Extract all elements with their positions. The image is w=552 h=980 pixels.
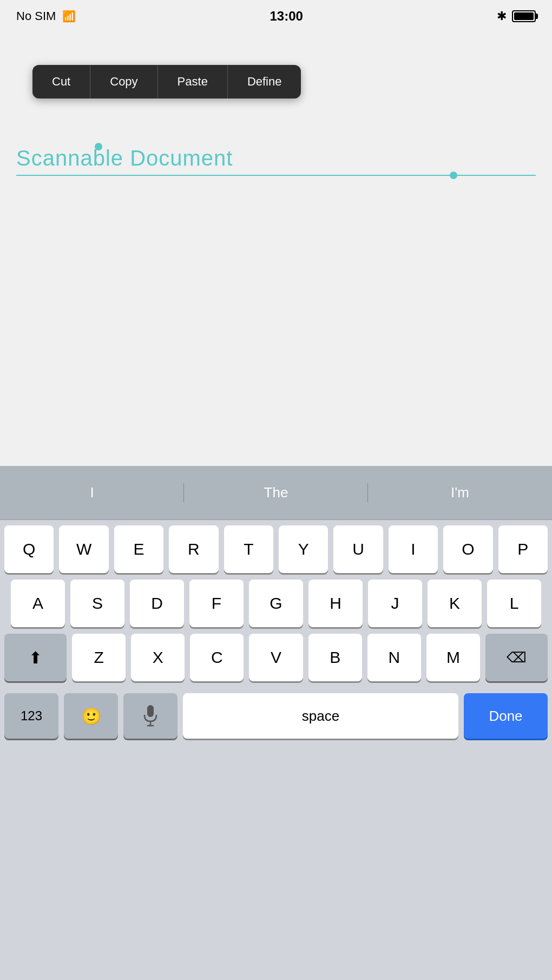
copy-button[interactable]: Copy: [90, 65, 157, 98]
key-b[interactable]: B: [308, 634, 362, 681]
microphone-key[interactable]: [123, 693, 178, 739]
paste-button[interactable]: Paste: [158, 65, 228, 98]
emoji-icon: 🙂: [81, 707, 101, 726]
numbers-key[interactable]: 123: [4, 693, 58, 739]
text-input-line: Scannable Document: [16, 146, 536, 176]
key-g[interactable]: G: [249, 580, 303, 627]
key-e[interactable]: E: [114, 525, 163, 573]
key-a[interactable]: A: [11, 580, 65, 627]
key-f[interactable]: F: [189, 580, 244, 627]
content-area: Cut Copy Paste Define Scannable Document: [0, 32, 552, 465]
predictive-bar: I The I'm: [0, 466, 552, 520]
selection-handle-left[interactable]: [95, 143, 102, 150]
key-i[interactable]: I: [389, 525, 438, 573]
selection-handle-right[interactable]: [450, 172, 457, 179]
text-input-container[interactable]: Scannable Document: [16, 146, 536, 176]
key-j[interactable]: J: [368, 580, 422, 627]
status-bar: No SIM 📶 13:00 ✱: [0, 0, 552, 32]
key-x[interactable]: X: [131, 634, 185, 681]
key-s[interactable]: S: [70, 580, 124, 627]
key-row-2: A S D F G H J K L: [4, 580, 548, 627]
done-key[interactable]: Done: [464, 693, 548, 739]
backspace-key[interactable]: ⌫: [485, 634, 548, 681]
status-right: ✱: [497, 9, 536, 23]
key-l[interactable]: L: [487, 580, 541, 627]
shift-key[interactable]: ⬆: [4, 634, 67, 681]
selected-text[interactable]: Scannable Document: [16, 146, 233, 170]
define-button[interactable]: Define: [228, 65, 301, 98]
key-y[interactable]: Y: [279, 525, 328, 573]
cut-button[interactable]: Cut: [32, 65, 90, 98]
emoji-key[interactable]: 🙂: [64, 693, 118, 739]
key-h[interactable]: H: [308, 580, 363, 627]
space-key[interactable]: space: [183, 693, 458, 739]
svg-rect-0: [147, 705, 154, 717]
key-o[interactable]: O: [443, 525, 492, 573]
bluetooth-icon: ✱: [497, 9, 507, 23]
microphone-icon: [142, 705, 159, 727]
key-d[interactable]: D: [130, 580, 184, 627]
key-u[interactable]: U: [333, 525, 383, 573]
backspace-icon: ⌫: [507, 649, 527, 666]
key-p[interactable]: P: [498, 525, 548, 573]
key-t[interactable]: T: [224, 525, 273, 573]
key-row-1: Q W E R T Y U I O P: [4, 525, 548, 573]
time-label: 13:00: [270, 9, 303, 24]
context-menu: Cut Copy Paste Define: [32, 65, 301, 98]
status-left: No SIM 📶: [16, 9, 76, 23]
key-v[interactable]: V: [249, 634, 303, 681]
battery-fill: [514, 12, 534, 20]
key-q[interactable]: Q: [4, 525, 54, 573]
key-n[interactable]: N: [367, 634, 421, 681]
key-m[interactable]: M: [426, 634, 480, 681]
keyboard: I The I'm Q W E R T Y U I O P A S D F G …: [0, 466, 552, 980]
key-rows: Q W E R T Y U I O P A S D F G H J K L ⬆: [0, 520, 552, 681]
carrier-label: No SIM: [16, 9, 56, 23]
key-z[interactable]: Z: [72, 634, 126, 681]
predictive-item-im[interactable]: I'm: [368, 479, 552, 507]
battery-icon: [512, 10, 536, 22]
predictive-item-i[interactable]: I: [0, 479, 184, 507]
shift-icon: ⬆: [29, 648, 42, 667]
key-r[interactable]: R: [169, 525, 218, 573]
predictive-item-the[interactable]: The: [184, 479, 368, 507]
key-w[interactable]: W: [59, 525, 108, 573]
key-k[interactable]: K: [428, 580, 482, 627]
bottom-row: 123 🙂 space Done: [0, 688, 552, 744]
key-row-3: ⬆ Z X C V B N M ⌫: [4, 634, 548, 681]
wifi-icon: 📶: [62, 10, 76, 23]
key-c[interactable]: C: [190, 634, 244, 681]
